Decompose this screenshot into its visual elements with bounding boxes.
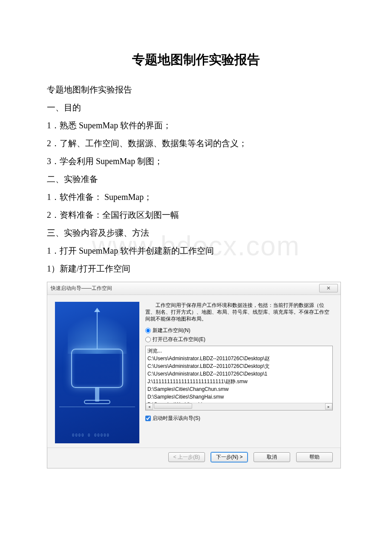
body-line: 1．熟悉 SupemMap 软件的界面； xyxy=(47,116,345,134)
list-item[interactable]: J:\1111111111111111111111111\赵静.smw xyxy=(147,378,331,385)
scroll-thumb[interactable] xyxy=(154,403,192,409)
text-span: SupemMap xyxy=(104,192,144,202)
monitor-icon xyxy=(71,349,123,388)
body-line: 1．软件准备： SupemMap； xyxy=(47,188,345,206)
checkbox-label: 启动时显示该向导(S) xyxy=(153,415,200,422)
dialog-footer: < 上一步(B) 下一步(N) > 取消 帮助 xyxy=(47,448,340,468)
help-button[interactable]: 帮助 xyxy=(296,452,333,462)
text-span: 3．学会利用 xyxy=(47,156,96,166)
body-line: 1）新建/打开工作空间 xyxy=(47,260,345,278)
radio-input[interactable] xyxy=(145,328,151,333)
close-icon: ✕ xyxy=(326,285,331,291)
subtitle-line: 专题地图制作实验报告 xyxy=(47,81,345,98)
list-item-browse[interactable]: 浏览... xyxy=(147,347,331,355)
show-wizard-checkbox[interactable]: 启动时显示该向导(S) xyxy=(145,415,333,422)
scroll-right-arrow-icon[interactable]: ▸ xyxy=(325,403,332,410)
body-line: 2．了解、工作空间、数据源、数据集等名词的含义； xyxy=(47,134,345,152)
close-button[interactable]: ✕ xyxy=(319,284,338,292)
text-span: 制图； xyxy=(135,156,163,166)
list-item[interactable]: C:\Users\Administrator.LBDZ--20110726C\D… xyxy=(147,355,331,362)
next-button[interactable]: 下一步(N) > xyxy=(211,452,248,462)
scroll-track[interactable] xyxy=(153,403,325,410)
list-item[interactable]: D:\Samples\Cities\ChangChun.smw xyxy=(147,385,331,393)
text-span: SupemMap xyxy=(79,246,118,255)
list-item[interactable]: C:\Users\Administrator.LBDZ--20110726C\D… xyxy=(147,370,331,378)
dialog-titlebar: 快速启动向导——工作空间 ✕ xyxy=(47,282,340,295)
prev-button: < 上一步(B) xyxy=(168,452,205,462)
text-span: SupemMap xyxy=(96,156,135,166)
text-span: 软件的界面； xyxy=(118,121,171,130)
body-line: 2．资料准备：全国行政区划图一幅 xyxy=(47,206,345,224)
scroll-left-arrow-icon[interactable]: ◂ xyxy=(146,403,153,410)
radio-label: 新建工作空间(N) xyxy=(153,327,190,334)
text-span: ； xyxy=(144,192,152,202)
text-span: 1．熟悉 xyxy=(47,121,79,130)
radio-open-workspace[interactable]: 打开已存在工作空间(E) xyxy=(145,336,333,343)
section-heading: 二、实验准备 xyxy=(47,170,345,188)
horizontal-scrollbar[interactable]: ◂ ▸ xyxy=(146,403,332,410)
wizard-dialog: 快速启动向导——工作空间 ✕ 0000 0 00000 工作 xyxy=(47,282,341,468)
cancel-button[interactable]: 取消 xyxy=(254,452,290,462)
radio-label: 打开已存在工作空间(E) xyxy=(153,336,205,343)
body-line: 1．打开 SupemMap 软件并创建新的工作空间 xyxy=(47,242,345,260)
wizard-side-image: 0000 0 00000 xyxy=(55,302,139,443)
section-heading: 一、目的 xyxy=(47,98,345,116)
text-span: 1．软件准备： xyxy=(47,192,104,202)
list-item[interactable]: C:\Users\Administrator.LBDZ--20110726C\D… xyxy=(147,362,331,370)
radio-new-workspace[interactable]: 新建工作空间(N) xyxy=(145,327,333,334)
text-span: SupemMap xyxy=(79,121,118,130)
checkbox-input[interactable] xyxy=(145,416,151,421)
text-span: 软件并创建新的工作空间 xyxy=(118,246,214,255)
document-title: 专题地图制作实验报告 xyxy=(47,51,345,69)
recent-workspace-listbox[interactable]: 浏览... C:\Users\Administrator.LBDZ--20110… xyxy=(145,346,333,410)
radio-input[interactable] xyxy=(145,337,151,342)
text-span: 1．打开 xyxy=(47,246,79,255)
section-heading: 三、实验内容及步骤、方法 xyxy=(47,224,345,242)
dialog-title: 快速启动向导——工作空间 xyxy=(51,285,112,292)
dialog-description: 工作空间用于保存用户工作环境和数据连接，包括：当前打开的数据源（位置、别名、打开… xyxy=(145,302,333,323)
list-item[interactable]: D:\Samples\Cities\ShangHai.smw xyxy=(147,393,331,401)
decorative-dots: 0000 0 00000 xyxy=(72,433,110,437)
body-line: 3．学会利用 SupemMap 制图； xyxy=(47,152,345,170)
